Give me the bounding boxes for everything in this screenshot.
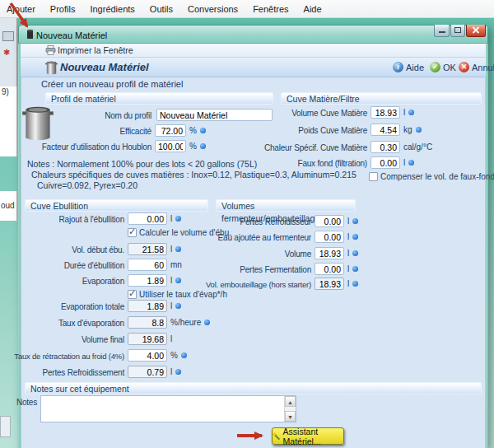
hop-unit: % <box>189 142 197 151</box>
label-pertes-fermentation: Pertes Fermentation <box>189 265 311 274</box>
efficiency-input[interactable] <box>155 124 186 137</box>
label-faux-fond: Faux fond (filtration) <box>237 159 367 168</box>
unit-dot-icon[interactable] <box>175 278 181 283</box>
maximize-icon <box>454 27 461 33</box>
unit-label: l <box>347 264 349 273</box>
maximize-button[interactable] <box>450 25 465 37</box>
unit-dot-icon[interactable] <box>352 250 358 256</box>
boil-addition-input[interactable] <box>128 212 167 225</box>
scroll-down-icon[interactable]: ▼ <box>285 411 296 422</box>
label-duree-ebullition: Durée d'ébullition <box>4 261 124 270</box>
unit-dot-icon[interactable] <box>416 127 422 133</box>
calculate-boil-volume-checkbox[interactable]: ✓ <box>128 228 137 237</box>
window-title-pot-icon <box>26 29 34 40</box>
boil-time-input[interactable] <box>128 259 167 271</box>
label-chaleur-specifique: Chaleur Spécif. Cuve Matière <box>237 143 367 152</box>
menu-item-conversions[interactable]: Conversions <box>180 4 245 14</box>
menu-item-outils[interactable]: Outils <box>142 4 180 14</box>
fermenter-volume-input[interactable] <box>315 247 344 259</box>
unit-dot-icon[interactable] <box>181 352 187 358</box>
total-evaporation-field <box>128 300 167 312</box>
unit-dot-icon[interactable] <box>352 218 358 224</box>
unit-dot-icon[interactable] <box>175 369 181 375</box>
pot-icon-small <box>45 60 58 75</box>
mash-tun-weight-input[interactable] <box>370 124 400 136</box>
label-facteur-houblon: Facteur d'utilisation du Houblon <box>16 142 151 152</box>
label-taux-evaporation: Taux d'évaporation <box>4 319 124 328</box>
menu-item-fenetres[interactable]: Fenêtres <box>245 4 296 14</box>
profile-note-3: Cuivre=0.092, Pyrex=0.20 <box>37 180 137 190</box>
chiller-loss-input[interactable] <box>315 215 344 227</box>
menu-item-ajouter[interactable]: Ajouter <box>7 4 43 14</box>
fermenter-added-water-input[interactable] <box>315 231 344 243</box>
section-volumes-fermenteur: Volumes fermenteur/embouteillage <box>216 199 356 212</box>
hop-utilization-input[interactable] <box>155 140 186 152</box>
unit-dot-icon[interactable] <box>352 266 358 272</box>
close-button[interactable] <box>466 25 486 37</box>
screen: Ajouter Profils Ingrédients Outils Conve… <box>0 0 494 448</box>
label-pertes-refroidisseur: Pertes Refroidisseur <box>189 217 311 226</box>
unit-dot-icon[interactable] <box>200 143 206 149</box>
notes-scrollbar[interactable]: ▲ ▼ <box>284 396 296 422</box>
unit-dot-icon[interactable] <box>175 216 181 222</box>
dialog-toolbar: Imprimer la Fenêtre <box>21 44 486 58</box>
unit-dot-icon[interactable] <box>175 303 181 309</box>
unit-dot-icon[interactable] <box>352 234 358 240</box>
unit-label: l <box>170 334 172 343</box>
unit-label: l <box>170 276 172 285</box>
ok-icon: ✓ <box>430 62 440 72</box>
unit-dot-icon[interactable] <box>352 281 358 287</box>
bottling-volume-field <box>315 278 344 290</box>
printer-icon <box>45 45 56 55</box>
minimize-button[interactable] <box>434 25 450 37</box>
label-evaporation: Evaporation <box>4 277 124 286</box>
unit-dot-icon[interactable] <box>204 320 210 325</box>
menu-item-aide[interactable]: Aide <box>296 4 329 14</box>
unit-label: kg <box>403 125 412 134</box>
fermentation-loss-input[interactable] <box>315 263 344 275</box>
mash-tun-volume-input[interactable] <box>370 106 400 119</box>
compensate-false-bottom-checkbox[interactable] <box>369 172 378 181</box>
unit-dot-icon[interactable] <box>200 128 206 133</box>
background-window-icon <box>2 31 14 41</box>
unit-label: l <box>347 279 349 288</box>
scroll-up-icon[interactable]: ▲ <box>285 396 296 407</box>
help-button[interactable]: Aide <box>406 63 424 72</box>
cooling-shrinkage-input[interactable] <box>128 349 167 362</box>
unit-dot-icon[interactable] <box>408 160 414 166</box>
label-volume-final: Volume final <box>4 335 124 344</box>
false-bottom-input[interactable] <box>370 156 400 169</box>
background-window-fragment: ✱ <box>0 18 17 86</box>
ok-button[interactable]: OK <box>443 63 456 72</box>
label-evaporation-totale: Evaporation totale <box>4 302 124 311</box>
unit-label: l <box>347 232 349 241</box>
unit-label: l <box>403 108 405 117</box>
mash-tun-specific-heat-input[interactable] <box>370 141 400 153</box>
menu-item-ingredients[interactable]: Ingrédients <box>82 4 142 14</box>
print-window-button[interactable]: Imprimer la Fenêtre <box>58 45 133 55</box>
label-volume-cuve-matiere: Volume Cuve Matière <box>237 109 367 118</box>
assistant-materiel-button[interactable]: Assistant Matériel... <box>272 427 344 445</box>
unit-dot-icon[interactable] <box>175 246 181 252</box>
page-title: Nouveau Matériel <box>60 61 149 73</box>
evaporation-input[interactable] <box>128 274 167 287</box>
unit-label: l <box>347 217 349 226</box>
menu-item-profils[interactable]: Profils <box>43 4 83 14</box>
wand-icon <box>273 432 281 441</box>
notes-textarea[interactable]: ▲ ▼ <box>40 395 296 422</box>
compensate-false-bottom-label: Compenser le vol. de faux-fond <box>380 172 494 181</box>
cancel-icon: ✕ <box>459 62 469 72</box>
section-cuve-matiere-filtre: Cuve Matière/Filtre <box>281 92 482 105</box>
cooling-loss-field <box>128 366 167 378</box>
notes-label: Notes <box>4 398 37 407</box>
minimize-icon <box>439 31 445 33</box>
label-vol-embouteillage: Vol. embouteillage (hors starter) <box>189 280 311 289</box>
final-volume-field <box>128 333 167 345</box>
unit-dot-icon[interactable] <box>408 110 414 115</box>
unit-label: l <box>170 367 172 376</box>
cancel-button[interactable]: Annuler <box>472 63 494 72</box>
use-evap-rate-checkbox[interactable]: ✓ <box>128 290 137 299</box>
background-window-fragment: 9) <box>0 86 17 156</box>
background-text: 9) <box>2 87 9 96</box>
help-icon: i <box>393 62 403 72</box>
